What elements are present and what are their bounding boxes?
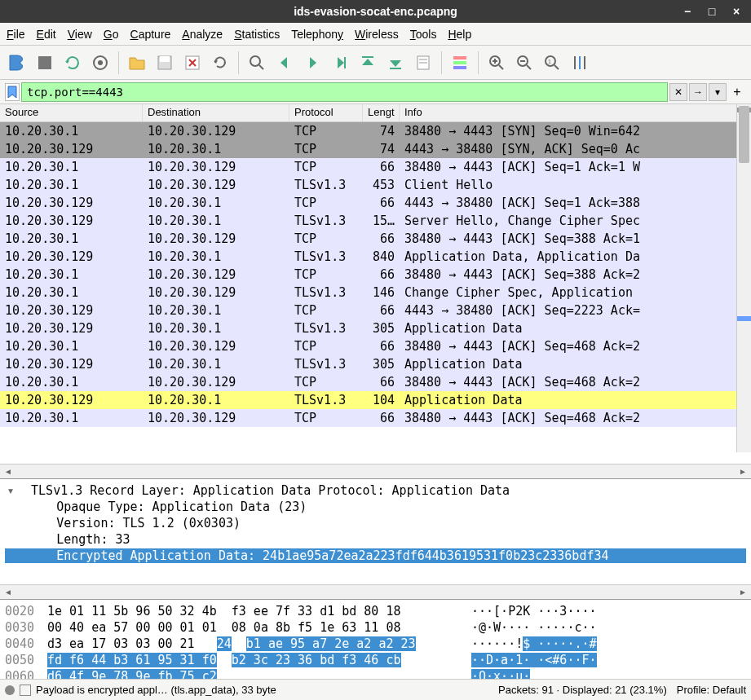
packet-row[interactable]: 10.20.30.110.20.30.129TCP6638480 → 4443 …: [0, 230, 751, 248]
hex-line[interactable]: 003000 40 ea 57 00 00 01 01 08 0a 8b f5 …: [5, 619, 746, 636]
column-source[interactable]: Source: [0, 104, 143, 121]
menu-statistics[interactable]: Statistics: [234, 28, 280, 41]
hex-line[interactable]: 00201e 01 11 5b 96 50 32 4b f3 ee 7f 33 …: [5, 603, 746, 619]
packet-row[interactable]: 10.20.30.12910.20.30.1TCP744443 → 38480 …: [0, 140, 751, 158]
menu-edit[interactable]: Edit: [37, 28, 56, 41]
add-filter-button[interactable]: +: [728, 83, 746, 101]
menu-bar: File Edit View Go Capture Analyze Statis…: [0, 23, 751, 46]
packet-list-header[interactable]: Source Destination Protocol Lengt Info: [0, 104, 751, 122]
packet-row[interactable]: 10.20.30.110.20.30.129TCP6638480 → 4443 …: [0, 158, 751, 176]
menu-wireless[interactable]: Wireless: [355, 28, 399, 41]
packet-row[interactable]: 10.20.30.110.20.30.129TLSv1.3146Change C…: [0, 284, 751, 302]
svg-line-7: [259, 65, 263, 69]
scroll-right-icon[interactable]: ►: [736, 466, 749, 478]
detail-tree-item[interactable]: Length: 33: [5, 531, 746, 548]
restart-capture-button[interactable]: [60, 51, 85, 75]
clear-filter-button[interactable]: ✕: [669, 83, 687, 101]
packet-bytes-pane[interactable]: 00201e 01 11 5b 96 50 32 4b f3 ee 7f 33 …: [0, 599, 751, 679]
packet-row[interactable]: 10.20.30.110.20.30.129TLSv1.3453Client H…: [0, 176, 751, 194]
filter-history-button[interactable]: ▾: [709, 83, 727, 101]
svg-line-25: [554, 65, 559, 69]
packet-row[interactable]: 10.20.30.12910.20.30.1TLSv1.3305Applicat…: [0, 355, 751, 373]
scroll-left-icon[interactable]: ◄: [2, 587, 15, 598]
go-to-packet-button[interactable]: [328, 51, 352, 75]
packet-row[interactable]: 10.20.30.12910.20.30.1TLSv1.3840Applicat…: [0, 248, 751, 266]
expert-info-button[interactable]: [5, 685, 15, 695]
menu-help[interactable]: Help: [448, 28, 471, 41]
close-file-button[interactable]: [180, 51, 205, 75]
stop-capture-button[interactable]: [33, 51, 57, 75]
status-profile[interactable]: Profile: Default: [677, 684, 746, 696]
menu-view[interactable]: View: [68, 28, 92, 41]
save-file-button[interactable]: [152, 51, 177, 75]
column-destination[interactable]: Destination: [143, 104, 289, 121]
scroll-right-icon[interactable]: ►: [736, 587, 749, 598]
capture-file-properties-button[interactable]: [20, 685, 31, 696]
window-titlebar: ids-evasion-socat-enc.pcapng − □ ×: [0, 0, 751, 23]
svg-point-2: [98, 60, 103, 65]
column-length[interactable]: Lengt: [363, 104, 400, 121]
go-back-button[interactable]: [272, 51, 297, 75]
packet-list-scrollbar[interactable]: [736, 104, 751, 452]
maximize-button[interactable]: □: [700, 2, 723, 20]
svg-rect-14: [453, 56, 466, 59]
column-protocol[interactable]: Protocol: [289, 104, 363, 121]
close-button[interactable]: ×: [725, 2, 748, 20]
packet-row[interactable]: 10.20.30.12910.20.30.1TLSv1.3305Applicat…: [0, 319, 751, 337]
svg-point-6: [250, 56, 260, 66]
menu-analyze[interactable]: Analyze: [182, 28, 223, 41]
packet-row[interactable]: 10.20.30.12910.20.30.1TLSv1.315…Server H…: [0, 212, 751, 230]
status-bar: Payload is encrypted appl… (tls.app_data…: [0, 679, 751, 700]
zoom-in-button[interactable]: [484, 51, 509, 75]
hex-line[interactable]: 0050fd f6 44 b3 61 95 31 f0 b2 3c 23 36 …: [5, 652, 746, 668]
zoom-out-button[interactable]: [512, 51, 537, 75]
detail-tree-item[interactable]: Opaque Type: Application Data (23): [5, 499, 746, 515]
packet-list-pane[interactable]: Source Destination Protocol Lengt Info 1…: [0, 104, 751, 464]
window-title: ids-evasion-socat-enc.pcapng: [294, 5, 457, 18]
packet-row[interactable]: 10.20.30.12910.20.30.1TLSv1.3104Applicat…: [0, 391, 751, 409]
detail-tree-item-selected[interactable]: Encrypted Application Data: 24b1ae95a72e…: [5, 548, 746, 564]
start-capture-button[interactable]: [5, 51, 29, 75]
go-first-button[interactable]: [356, 51, 380, 75]
packet-row[interactable]: 10.20.30.12910.20.30.1TCP664443 → 38480 …: [0, 194, 751, 212]
resize-columns-button[interactable]: [568, 51, 592, 75]
menu-capture[interactable]: Capture: [130, 28, 171, 41]
display-filter-input[interactable]: tcp.port==4443: [21, 82, 668, 102]
packet-row[interactable]: 10.20.30.110.20.30.129TCP7438480 → 4443 …: [0, 122, 751, 140]
menu-tools[interactable]: Tools: [410, 28, 437, 41]
packet-row[interactable]: 10.20.30.12910.20.30.1TCP664443 → 38480 …: [0, 302, 751, 319]
packet-row[interactable]: 10.20.30.110.20.30.129TCP6638480 → 4443 …: [0, 409, 751, 427]
packet-list-hscroll[interactable]: ◄ ►: [0, 464, 751, 478]
svg-rect-16: [453, 66, 466, 69]
zoom-reset-button[interactable]: 1: [540, 51, 564, 75]
menu-go[interactable]: Go: [104, 28, 119, 41]
auto-scroll-button[interactable]: [411, 51, 435, 75]
scroll-left-icon[interactable]: ◄: [2, 466, 15, 478]
colorize-button[interactable]: [448, 51, 472, 75]
details-hscroll[interactable]: ◄ ►: [0, 584, 751, 599]
packet-row[interactable]: 10.20.30.110.20.30.129TCP6638480 → 4443 …: [0, 337, 751, 355]
hex-line[interactable]: 0060d6 4f 9e 78 9e fb 75 c2 ·O·x··u·: [5, 668, 746, 679]
svg-text:1: 1: [548, 59, 551, 64]
open-file-button[interactable]: [125, 51, 149, 75]
capture-options-button[interactable]: [88, 51, 113, 75]
bookmark-filter-button[interactable]: [5, 83, 20, 101]
find-packet-button[interactable]: [245, 51, 269, 75]
detail-tree-item[interactable]: ▾ TLSv1.3 Record Layer: Application Data…: [5, 482, 746, 499]
menu-file[interactable]: File: [7, 28, 25, 41]
apply-filter-button[interactable]: →: [689, 83, 707, 101]
packet-details-pane[interactable]: ▾ TLSv1.3 Record Layer: Application Data…: [0, 478, 751, 584]
packet-row[interactable]: 10.20.30.110.20.30.129TCP6638480 → 4443 …: [0, 373, 751, 391]
reload-file-button[interactable]: [208, 51, 232, 75]
detail-tree-item[interactable]: Version: TLS 1.2 (0x0303): [5, 515, 746, 531]
column-info[interactable]: Info: [400, 104, 751, 121]
main-toolbar: 1: [0, 46, 751, 80]
packet-row[interactable]: 10.20.30.110.20.30.129TCP6638480 → 4443 …: [0, 266, 751, 284]
go-forward-button[interactable]: [300, 51, 325, 75]
svg-rect-15: [453, 61, 466, 64]
go-last-button[interactable]: [383, 51, 408, 75]
status-packet-count: Packets: 91 · Displayed: 21 (23.1%): [498, 684, 667, 696]
minimize-button[interactable]: −: [676, 2, 699, 20]
menu-telephony[interactable]: Telephony: [291, 28, 343, 41]
hex-line[interactable]: 0040d3 ea 17 03 03 00 21 24 b1 ae 95 a7 …: [5, 636, 746, 652]
